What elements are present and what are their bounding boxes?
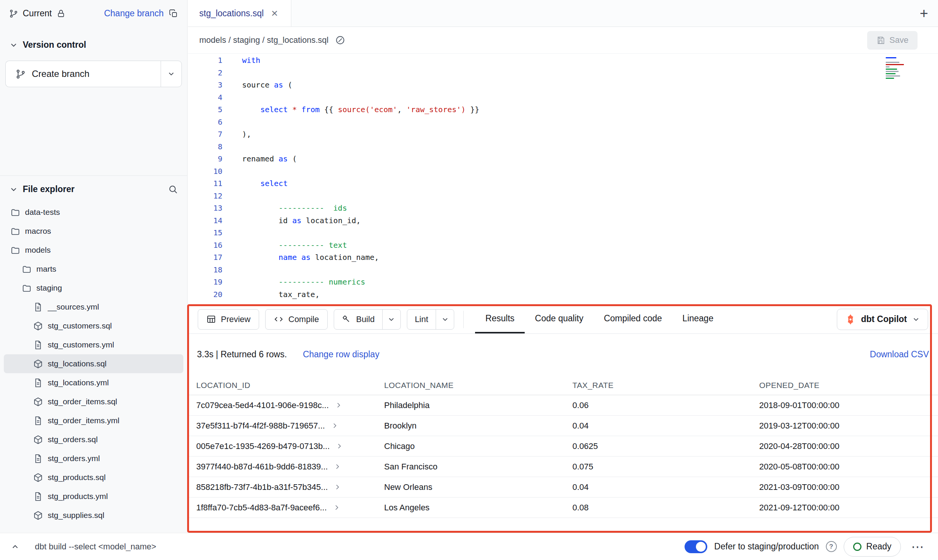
create-branch-caret-button[interactable] xyxy=(161,61,182,87)
compile-button[interactable]: Compile xyxy=(265,309,328,330)
build-split-button: Build xyxy=(334,309,401,330)
branch-bar: Current Change branch xyxy=(0,0,187,27)
cell-location-name: New Orleans xyxy=(384,482,572,492)
yml-file-icon xyxy=(33,378,43,388)
folder-icon xyxy=(11,208,20,217)
expand-row-icon[interactable] xyxy=(331,422,338,429)
create-branch-button[interactable]: Create branch xyxy=(5,61,161,87)
file-name: stg_locations.sql xyxy=(48,359,106,368)
table-row[interactable]: 005e7e1c-1935-4269-b479-0713b...Chicago0… xyxy=(188,436,938,457)
cell-location-id: 1f8ffa70-7cb5-4d83-8a7f-9aceef6... xyxy=(196,503,384,513)
location-id-value: 3977f440-b87d-461b-9dd6-81839... xyxy=(196,462,328,472)
copy-icon xyxy=(169,9,178,18)
version-control-header[interactable]: Version control xyxy=(0,34,187,55)
file-tree-item-stg-customers-sql[interactable]: stg_customers.sql xyxy=(4,316,183,335)
close-tab-icon[interactable]: × xyxy=(271,9,280,17)
panel-tab-results[interactable]: Results xyxy=(475,305,525,333)
help-icon[interactable]: ? xyxy=(826,541,837,552)
build-options-caret[interactable] xyxy=(382,310,400,329)
table-row[interactable]: 858218fb-73f7-4b1b-a31f-57b345...New Orl… xyxy=(188,477,938,497)
file-tree-item-stg-supplies-sql[interactable]: stg_supplies.sql xyxy=(4,506,183,525)
results-table: LOCATION_IDLOCATION_NAMETAX_RATEOPENED_D… xyxy=(188,375,938,518)
cell-location-id: 37e5f311-b7f4-4f2f-988b-719657... xyxy=(196,421,384,431)
file-tree-item-models[interactable]: models xyxy=(4,241,183,260)
lint-split-button: Lint xyxy=(407,309,454,330)
toolbar-divider xyxy=(463,311,464,328)
file-tree-item-stg-customers-yml[interactable]: stg_customers.yml xyxy=(4,335,183,354)
panel-tab-compiled-code[interactable]: Compiled code xyxy=(594,305,672,333)
results-info-bar: 3.3s | Returned 6 rows. Change row displ… xyxy=(188,343,938,366)
more-options-button[interactable]: ⋯ xyxy=(908,537,927,557)
ready-status-button[interactable]: Ready xyxy=(844,537,901,557)
chevron-up-icon[interactable] xyxy=(11,542,20,551)
file-tree-item-sources-yml[interactable]: __sources.yml xyxy=(4,297,183,316)
expand-row-icon[interactable] xyxy=(336,443,343,450)
file-tree-item-stg-locations-yml[interactable]: stg_locations.yml xyxy=(4,373,183,392)
save-button[interactable]: Save xyxy=(867,31,918,50)
column-header-location-name: LOCATION_NAME xyxy=(384,381,572,390)
table-row[interactable]: 1f8ffa70-7cb5-4d83-8a7f-9aceef6...Los An… xyxy=(188,497,938,518)
expand-row-icon[interactable] xyxy=(335,402,342,409)
table-row[interactable]: 7c079cea-5ed4-4101-906e-9198c...Philadel… xyxy=(188,395,938,416)
file-name: data-tests xyxy=(25,208,60,217)
file-explorer-section: File explorer data-testsmacrosmodelsmart… xyxy=(0,175,187,525)
defer-toggle[interactable] xyxy=(685,540,707,553)
code-editor[interactable]: 1234567891011121314151617181920 with sou… xyxy=(188,54,938,305)
cell-location-name: San Francisco xyxy=(384,462,572,472)
folder-icon xyxy=(22,264,31,274)
lint-button[interactable]: Lint xyxy=(407,310,436,329)
table-row[interactable]: 3977f440-b87d-461b-9dd6-81839...San Fran… xyxy=(188,457,938,477)
minimap[interactable] xyxy=(886,57,909,84)
panel-tab-lineage[interactable]: Lineage xyxy=(672,305,724,333)
cell-tax-rate: 0.04 xyxy=(572,482,759,492)
search-icon[interactable] xyxy=(168,184,178,194)
cell-tax-rate: 0.06 xyxy=(572,400,759,410)
file-tree-item-stg-order-items-yml[interactable]: stg_order_items.yml xyxy=(4,411,183,430)
panel-tab-code-quality[interactable]: Code quality xyxy=(525,305,594,333)
model-file-icon xyxy=(33,397,43,407)
cell-location-name: Chicago xyxy=(384,441,572,451)
yml-file-icon xyxy=(33,340,43,350)
chevron-down-icon xyxy=(441,315,449,324)
change-branch-button[interactable]: Change branch xyxy=(104,8,178,19)
file-tree-item-data-tests[interactable]: data-tests xyxy=(4,203,183,222)
bottom-status-bar: dbt build --select <model_name> Defer to… xyxy=(0,533,938,560)
build-button[interactable]: Build xyxy=(334,310,382,329)
docs-slash-circle-icon[interactable] xyxy=(335,35,345,45)
preview-button[interactable]: Preview xyxy=(198,309,259,330)
current-branch[interactable]: Current xyxy=(9,8,66,19)
command-bar[interactable]: dbt build --select <model_name> xyxy=(35,542,156,552)
yml-file-icon xyxy=(33,492,43,501)
expand-row-icon[interactable] xyxy=(334,483,341,491)
version-control-title: Version control xyxy=(23,40,86,50)
file-tree-item-stg-locations-sql[interactable]: stg_locations.sql xyxy=(4,354,183,373)
expand-row-icon[interactable] xyxy=(333,504,340,511)
cell-location-name: Brooklyn xyxy=(384,421,572,431)
file-tree-item-stg-orders-sql[interactable]: stg_orders.sql xyxy=(4,430,183,449)
file-name: stg_orders.yml xyxy=(48,454,100,463)
dbt-copilot-button[interactable]: dbt Copilot xyxy=(837,309,928,330)
ready-status-icon xyxy=(853,543,861,551)
column-header-location-id: LOCATION_ID xyxy=(196,381,384,390)
file-tree-item-stg-orders-yml[interactable]: stg_orders.yml xyxy=(4,449,183,468)
save-label: Save xyxy=(890,35,908,45)
change-row-display-link[interactable]: Change row display xyxy=(303,349,379,360)
file-tree-item-stg-order-items-sql[interactable]: stg_order_items.sql xyxy=(4,392,183,411)
table-row[interactable]: 37e5f311-b7f4-4f2f-988b-719657...Brookly… xyxy=(188,416,938,436)
file-tree-item-stg-products-yml[interactable]: stg_products.yml xyxy=(4,487,183,506)
file-tree-item-macros[interactable]: macros xyxy=(4,222,183,241)
cell-location-id: 858218fb-73f7-4b1b-a31f-57b345... xyxy=(196,482,384,492)
file-explorer-header[interactable]: File explorer xyxy=(9,184,75,194)
file-tree-item-marts[interactable]: marts xyxy=(4,260,183,278)
expand-row-icon[interactable] xyxy=(334,463,341,470)
file-tree-item-stg-products-sql[interactable]: stg_products.sql xyxy=(4,468,183,487)
ready-label: Ready xyxy=(866,541,891,552)
download-csv-link[interactable]: Download CSV xyxy=(870,349,929,360)
tab-stg-locations-sql[interactable]: stg_locations.sql × xyxy=(188,0,291,27)
sidebar: Current Change branch Version control Cr… xyxy=(0,0,188,532)
new-tab-button[interactable]: + xyxy=(920,0,928,27)
file-tree-item-staging[interactable]: staging xyxy=(4,278,183,297)
file-name: stg_orders.sql xyxy=(48,435,98,444)
cell-opened-date: 2020-05-08T00:00:00 xyxy=(759,462,930,472)
lint-options-caret[interactable] xyxy=(436,310,454,329)
